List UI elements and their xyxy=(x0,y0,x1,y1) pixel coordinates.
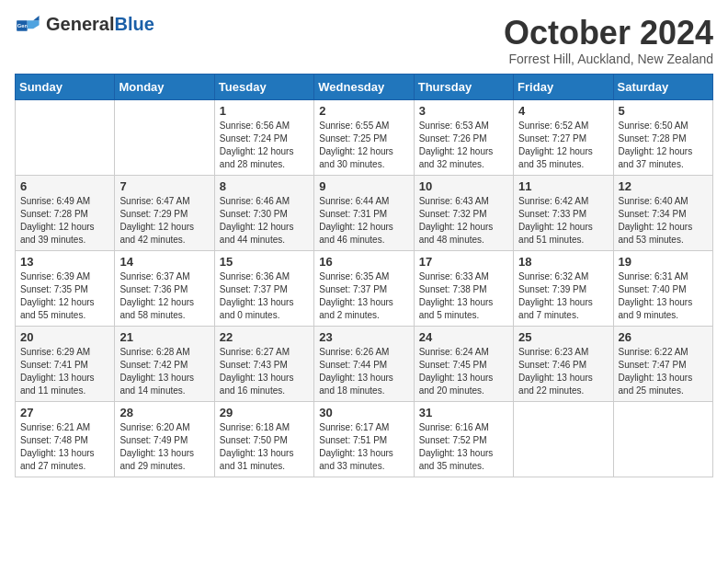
day-info: Sunrise: 6:39 AM Sunset: 7:35 PM Dayligh… xyxy=(20,270,109,322)
calendar-cell: 21Sunrise: 6:28 AM Sunset: 7:42 PM Dayli… xyxy=(115,326,214,401)
calendar-cell: 15Sunrise: 6:36 AM Sunset: 7:37 PM Dayli… xyxy=(214,250,313,326)
day-info: Sunrise: 6:20 AM Sunset: 7:49 PM Dayligh… xyxy=(119,421,209,473)
calendar-header-row: SundayMondayTuesdayWednesdayThursdayFrid… xyxy=(16,74,713,99)
day-number: 11 xyxy=(518,179,608,193)
calendar-cell xyxy=(514,401,613,477)
calendar-week-row: 27Sunrise: 6:21 AM Sunset: 7:48 PM Dayli… xyxy=(16,401,713,477)
calendar-cell: 27Sunrise: 6:21 AM Sunset: 7:48 PM Dayli… xyxy=(16,401,115,477)
calendar-week-row: 13Sunrise: 6:39 AM Sunset: 7:35 PM Dayli… xyxy=(16,250,713,326)
day-info: Sunrise: 6:49 AM Sunset: 7:28 PM Dayligh… xyxy=(20,195,109,247)
day-number: 2 xyxy=(319,104,408,118)
day-number: 17 xyxy=(419,255,508,269)
day-info: Sunrise: 6:42 AM Sunset: 7:33 PM Dayligh… xyxy=(518,195,608,247)
calendar-week-row: 1Sunrise: 6:56 AM Sunset: 7:24 PM Daylig… xyxy=(16,99,713,175)
day-number: 7 xyxy=(119,179,209,193)
day-info: Sunrise: 6:29 AM Sunset: 7:41 PM Dayligh… xyxy=(20,346,109,397)
calendar-cell: 5Sunrise: 6:50 AM Sunset: 7:28 PM Daylig… xyxy=(613,99,712,175)
calendar-cell: 12Sunrise: 6:40 AM Sunset: 7:34 PM Dayli… xyxy=(613,175,712,250)
day-number: 26 xyxy=(619,330,708,344)
day-number: 18 xyxy=(518,255,608,269)
day-header-wednesday: Wednesday xyxy=(314,74,414,99)
calendar-cell: 31Sunrise: 6:16 AM Sunset: 7:52 PM Dayli… xyxy=(414,401,513,477)
day-header-tuesday: Tuesday xyxy=(214,74,313,99)
day-number: 15 xyxy=(220,255,309,269)
day-number: 3 xyxy=(419,104,508,118)
calendar-cell: 17Sunrise: 6:33 AM Sunset: 7:38 PM Dayli… xyxy=(414,250,513,326)
day-info: Sunrise: 6:50 AM Sunset: 7:28 PM Dayligh… xyxy=(619,120,708,171)
calendar-cell: 16Sunrise: 6:35 AM Sunset: 7:37 PM Dayli… xyxy=(314,250,414,326)
svg-marker-3 xyxy=(33,16,39,20)
day-number: 6 xyxy=(20,179,109,193)
day-number: 27 xyxy=(20,406,109,419)
day-number: 29 xyxy=(220,406,309,419)
calendar-week-row: 6Sunrise: 6:49 AM Sunset: 7:28 PM Daylig… xyxy=(16,175,713,250)
day-info: Sunrise: 6:35 AM Sunset: 7:37 PM Dayligh… xyxy=(319,270,408,322)
day-info: Sunrise: 6:33 AM Sunset: 7:38 PM Dayligh… xyxy=(419,270,508,322)
logo-text: GeneralBlue xyxy=(46,15,154,33)
day-number: 16 xyxy=(319,255,408,269)
calendar-week-row: 20Sunrise: 6:29 AM Sunset: 7:41 PM Dayli… xyxy=(16,326,713,401)
day-number: 24 xyxy=(419,330,508,344)
day-number: 22 xyxy=(220,330,309,344)
calendar-cell: 24Sunrise: 6:24 AM Sunset: 7:45 PM Dayli… xyxy=(414,326,513,401)
calendar-cell xyxy=(16,99,115,175)
day-info: Sunrise: 6:37 AM Sunset: 7:36 PM Dayligh… xyxy=(119,270,209,322)
day-info: Sunrise: 6:27 AM Sunset: 7:43 PM Dayligh… xyxy=(220,346,309,397)
day-number: 19 xyxy=(619,255,708,269)
calendar-cell: 20Sunrise: 6:29 AM Sunset: 7:41 PM Dayli… xyxy=(16,326,115,401)
day-info: Sunrise: 6:16 AM Sunset: 7:52 PM Dayligh… xyxy=(419,421,508,473)
day-number: 9 xyxy=(319,179,408,193)
svg-text:Gen: Gen xyxy=(17,23,28,29)
title-section: October 2024 Forrest Hill, Auckland, New… xyxy=(504,15,713,66)
day-number: 23 xyxy=(319,330,408,344)
calendar-cell: 14Sunrise: 6:37 AM Sunset: 7:36 PM Dayli… xyxy=(115,250,214,326)
day-info: Sunrise: 6:36 AM Sunset: 7:37 PM Dayligh… xyxy=(220,270,309,322)
calendar-cell: 18Sunrise: 6:32 AM Sunset: 7:39 PM Dayli… xyxy=(514,250,613,326)
location: Forrest Hill, Auckland, New Zealand xyxy=(504,52,713,66)
day-info: Sunrise: 6:56 AM Sunset: 7:24 PM Dayligh… xyxy=(220,120,309,171)
calendar-cell: 4Sunrise: 6:52 AM Sunset: 7:27 PM Daylig… xyxy=(514,99,613,175)
calendar-cell: 2Sunrise: 6:55 AM Sunset: 7:25 PM Daylig… xyxy=(314,99,414,175)
day-number: 20 xyxy=(20,330,109,344)
calendar-cell: 23Sunrise: 6:26 AM Sunset: 7:44 PM Dayli… xyxy=(314,326,414,401)
calendar-cell xyxy=(115,99,214,175)
calendar-cell: 1Sunrise: 6:56 AM Sunset: 7:24 PM Daylig… xyxy=(214,99,313,175)
logo: Gen GeneralBlue xyxy=(15,15,154,33)
day-info: Sunrise: 6:53 AM Sunset: 7:26 PM Dayligh… xyxy=(419,120,508,171)
page-header: Gen GeneralBlue October 2024 Forrest Hil… xyxy=(15,15,713,66)
day-number: 12 xyxy=(619,179,708,193)
day-info: Sunrise: 6:28 AM Sunset: 7:42 PM Dayligh… xyxy=(119,346,209,397)
calendar-cell: 11Sunrise: 6:42 AM Sunset: 7:33 PM Dayli… xyxy=(514,175,613,250)
day-info: Sunrise: 6:31 AM Sunset: 7:40 PM Dayligh… xyxy=(619,270,708,322)
day-info: Sunrise: 6:43 AM Sunset: 7:32 PM Dayligh… xyxy=(419,195,508,247)
month-title: October 2024 xyxy=(504,15,713,52)
day-header-friday: Friday xyxy=(514,74,613,99)
day-number: 31 xyxy=(419,406,508,419)
day-info: Sunrise: 6:26 AM Sunset: 7:44 PM Dayligh… xyxy=(319,346,408,397)
day-info: Sunrise: 6:24 AM Sunset: 7:45 PM Dayligh… xyxy=(419,346,508,397)
calendar-cell: 6Sunrise: 6:49 AM Sunset: 7:28 PM Daylig… xyxy=(16,175,115,250)
day-info: Sunrise: 6:22 AM Sunset: 7:47 PM Dayligh… xyxy=(619,346,708,397)
calendar-cell: 9Sunrise: 6:44 AM Sunset: 7:31 PM Daylig… xyxy=(314,175,414,250)
day-number: 30 xyxy=(319,406,408,419)
day-number: 8 xyxy=(220,179,309,193)
calendar-cell: 19Sunrise: 6:31 AM Sunset: 7:40 PM Dayli… xyxy=(613,250,712,326)
day-info: Sunrise: 6:32 AM Sunset: 7:39 PM Dayligh… xyxy=(518,270,608,322)
calendar-cell: 13Sunrise: 6:39 AM Sunset: 7:35 PM Dayli… xyxy=(16,250,115,326)
calendar-cell: 30Sunrise: 6:17 AM Sunset: 7:51 PM Dayli… xyxy=(314,401,414,477)
day-info: Sunrise: 6:40 AM Sunset: 7:34 PM Dayligh… xyxy=(619,195,708,247)
calendar-cell: 22Sunrise: 6:27 AM Sunset: 7:43 PM Dayli… xyxy=(214,326,313,401)
day-number: 14 xyxy=(119,255,209,269)
calendar-cell: 25Sunrise: 6:23 AM Sunset: 7:46 PM Dayli… xyxy=(514,326,613,401)
day-header-sunday: Sunday xyxy=(16,74,115,99)
day-info: Sunrise: 6:52 AM Sunset: 7:27 PM Dayligh… xyxy=(518,120,608,171)
day-header-monday: Monday xyxy=(115,74,214,99)
day-info: Sunrise: 6:17 AM Sunset: 7:51 PM Dayligh… xyxy=(319,421,408,473)
day-number: 21 xyxy=(119,330,209,344)
calendar-cell: 29Sunrise: 6:18 AM Sunset: 7:50 PM Dayli… xyxy=(214,401,313,477)
day-info: Sunrise: 6:44 AM Sunset: 7:31 PM Dayligh… xyxy=(319,195,408,247)
day-header-saturday: Saturday xyxy=(613,74,712,99)
day-info: Sunrise: 6:18 AM Sunset: 7:50 PM Dayligh… xyxy=(220,421,309,473)
day-number: 1 xyxy=(220,104,309,118)
calendar-cell: 28Sunrise: 6:20 AM Sunset: 7:49 PM Dayli… xyxy=(115,401,214,477)
